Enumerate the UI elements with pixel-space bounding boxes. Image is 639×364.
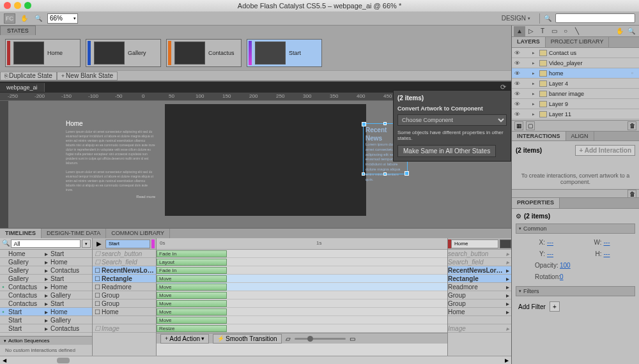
timeline-item-row[interactable]: RecentNewsLoremipsu...▸ (448, 266, 511, 275)
tab-interactions[interactable]: INTERACTIONS (512, 132, 566, 140)
opacity-value[interactable]: 100 (560, 262, 571, 269)
timeline-item-row[interactable]: ☐RecentNewsLoremipsu... (93, 266, 156, 275)
close-window-icon[interactable] (4, 2, 11, 9)
tab-timelines[interactable]: TIMELINES (0, 229, 42, 238)
transition-row[interactable]: •Start▸Home (0, 308, 92, 316)
transition-row[interactable]: Gallery▸Contactus (0, 266, 92, 275)
action-bar[interactable]: Move (157, 275, 227, 282)
checkbox[interactable]: ☐ (93, 308, 102, 315)
timeline-track-area[interactable]: 0s 1s Fade InLayoutFade InMoveMoveMoveMo… (157, 238, 447, 356)
tab-project-library[interactable]: PROJECT LIBRARY (546, 37, 610, 47)
layer-row[interactable]: 👁▸Layer 11 (512, 109, 639, 119)
h-value[interactable]: --- (604, 250, 610, 257)
timeline-item-row[interactable]: ☐Image (93, 324, 156, 333)
action-row[interactable]: Resize (157, 324, 447, 333)
states-tab[interactable]: STATES (0, 26, 36, 35)
make-same-button[interactable]: Make Same in All Other States (397, 145, 496, 157)
timeline-item-row[interactable]: ☐Group (93, 300, 156, 308)
checkbox[interactable]: ☐ (93, 300, 102, 307)
w-value[interactable]: --- (604, 239, 610, 246)
action-bar[interactable]: Move (157, 317, 227, 324)
timeline-item-row[interactable]: search_button▸ (448, 250, 511, 258)
expand-icon[interactable]: ▸ (532, 112, 537, 117)
action-sequences-header[interactable]: Action Sequences (0, 336, 92, 345)
checkbox[interactable]: ☐ (93, 325, 102, 332)
transition-row[interactable]: Contactus▸Start (0, 300, 92, 308)
transition-row[interactable]: Gallery▸Start (0, 275, 92, 283)
timeline-item-row[interactable]: ☐Home (93, 308, 156, 316)
tab-align[interactable]: ALIGN (566, 132, 594, 140)
layer-row[interactable]: 👁▸Video_player (512, 58, 639, 68)
visibility-icon[interactable]: 👁 (513, 101, 521, 107)
visibility-icon[interactable]: 👁 (513, 70, 521, 77)
action-bar[interactable]: Move (157, 300, 227, 307)
zoom-in-icon[interactable]: ▭ (350, 335, 355, 342)
rotation-value[interactable]: 0 (560, 273, 564, 280)
selection-tool-icon[interactable]: ▲ (514, 26, 525, 36)
expand-icon[interactable]: ▸ (532, 81, 537, 86)
state-card-gallery[interactable]: Gallery (86, 39, 161, 67)
action-row[interactable]: Move (157, 291, 447, 300)
layer-row[interactable]: 👁▸banner image (512, 89, 639, 99)
tab-common-library[interactable]: COMMON LIBRARY (106, 229, 170, 238)
visibility-icon[interactable]: 👁 (513, 91, 521, 97)
checkbox[interactable]: ☐ (93, 275, 102, 282)
expand-icon[interactable]: ▸ (532, 61, 537, 66)
add-action-button[interactable]: + Add Action ▾ (160, 334, 209, 344)
state-card-home[interactable]: Home (5, 39, 81, 67)
action-row[interactable]: Fade In (157, 250, 447, 258)
new-blank-state-button[interactable]: + New Blank State (57, 72, 118, 80)
duplicate-state-button[interactable]: ⎘ Duplicate State (0, 72, 57, 80)
scroll-left-icon[interactable]: ◀ (0, 358, 9, 363)
action-bar[interactable]: Layout (157, 259, 227, 266)
transition-row[interactable]: Contactus▸Gallery (0, 291, 92, 300)
play-button-icon[interactable]: ▶ (93, 240, 105, 247)
expand-icon[interactable]: ▸ (532, 91, 537, 96)
canvas-area[interactable]: webpage_ai⟳ -250-200-150-100-50050100150… (0, 82, 511, 229)
state-card-start[interactable]: Start (247, 39, 322, 67)
visibility-icon[interactable]: 👁 (513, 60, 521, 66)
transition-row[interactable]: •Contactus▸Home (0, 283, 92, 291)
timeline-item-row[interactable]: Rectangle▸ (448, 275, 511, 283)
state-card-contactus[interactable]: Contactus (166, 39, 242, 67)
action-row[interactable]: Layout (157, 258, 447, 266)
timeline-item-row[interactable]: ☐Search_field (93, 258, 156, 266)
zoom-level-select[interactable]: 66% (47, 13, 78, 24)
transition-row[interactable]: Gallery▸Home (0, 258, 92, 266)
transition-row[interactable]: Start▸Contactus (0, 324, 92, 333)
visibility-icon[interactable]: 👁 (513, 111, 521, 118)
search-dropdown-icon[interactable]: ▾ (82, 239, 91, 248)
action-bar[interactable]: Move (157, 284, 227, 291)
scroll-right-icon[interactable]: ▶ (502, 358, 511, 363)
action-bar[interactable]: Fade In (157, 267, 227, 274)
visibility-icon[interactable]: 👁 (513, 50, 521, 56)
add-filter-button[interactable]: + (550, 301, 560, 312)
ellipse-tool-icon[interactable]: ○ (560, 26, 571, 36)
checkbox[interactable]: ☐ (93, 250, 102, 257)
checkbox[interactable]: ☐ (93, 292, 102, 299)
visibility-icon[interactable]: 👁 (513, 80, 521, 87)
direct-select-tool-icon[interactable]: ▷ (525, 26, 537, 36)
action-row[interactable]: Move (157, 275, 447, 283)
zoom-tool-icon[interactable]: 🔍 (33, 13, 43, 24)
tab-properties[interactable]: PROPERTIES (512, 198, 560, 208)
timeline-item-row[interactable]: ☐Rectangle (93, 275, 156, 283)
filters-section-header[interactable]: Filters (516, 286, 635, 296)
add-interaction-button[interactable]: + Add Interaction (575, 145, 635, 156)
smooth-transition-button[interactable]: ⚡ Smooth Transition (213, 334, 282, 344)
scrollbar-thumb[interactable] (57, 358, 70, 363)
tab-design-time-data[interactable]: DESIGN-TIME DATA (42, 229, 106, 238)
timeline-item-row[interactable]: Group▸ (448, 300, 511, 308)
text-tool-icon[interactable]: T (537, 26, 548, 36)
action-bar[interactable]: Move (157, 308, 227, 315)
action-row[interactable]: Move (157, 300, 447, 308)
layer-row[interactable]: 👁▸home▫ (512, 68, 639, 79)
x-value[interactable]: --- (547, 239, 553, 246)
layer-row[interactable]: 👁▸Layer 4 (512, 79, 639, 89)
hand-tool-icon[interactable]: ✋ (19, 13, 29, 24)
new-sublayer-icon[interactable]: ▦ (514, 121, 523, 130)
action-bar[interactable]: Fade In (157, 250, 227, 257)
expand-icon[interactable]: ▸ (532, 71, 537, 76)
timeline-item-row[interactable]: Search_field▸ (448, 258, 511, 266)
new-layer-icon[interactable]: ▢ (526, 121, 535, 130)
